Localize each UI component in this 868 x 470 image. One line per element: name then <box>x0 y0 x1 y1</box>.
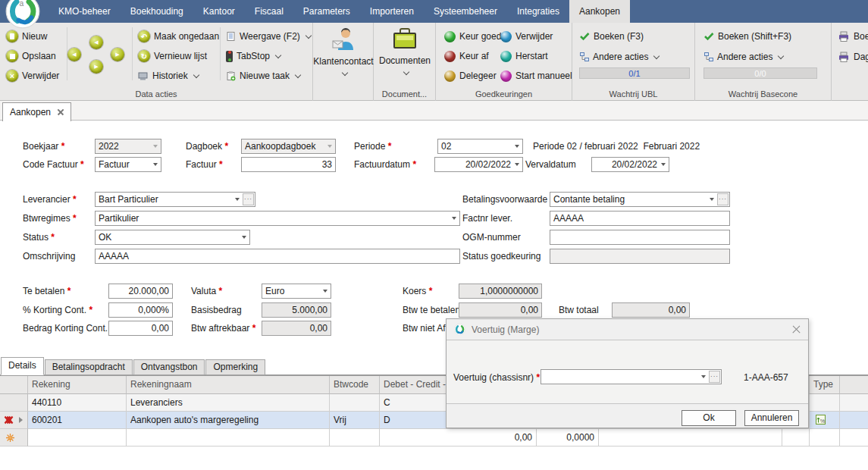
documents-icon <box>391 27 418 51</box>
tabstop-button[interactable]: TabStop <box>226 49 280 63</box>
valuta-select[interactable]: Euro <box>262 284 331 299</box>
basecone-queue-counter[interactable]: 0/0 <box>703 67 817 79</box>
leverancier-select[interactable]: Bart Particulier <box>95 192 255 207</box>
weergave-button[interactable]: Weergave (F2) <box>226 30 311 43</box>
tab-details[interactable]: Details <box>1 357 44 375</box>
menu-kantoor[interactable]: Kantoor <box>193 0 245 23</box>
andere-acties-basecone-button[interactable]: Andere acties <box>704 50 783 64</box>
tab-betalingsopdracht[interactable]: Betalingsopdracht <box>45 359 133 375</box>
cell-btwcode[interactable]: Vrij <box>330 412 380 429</box>
ubl-queue-counter[interactable]: 0/1 <box>579 67 690 79</box>
cell[interactable] <box>599 429 782 446</box>
browse-ellipsis-button[interactable] <box>709 371 720 383</box>
cell-rekening[interactable] <box>28 429 127 446</box>
betalingsvoorwaarde-select[interactable]: Contante betaling <box>550 192 730 207</box>
menu-parameters[interactable]: Parameters <box>293 0 360 23</box>
cell-rekeningnaam[interactable]: Aankopen auto's margeregeling <box>127 412 330 429</box>
row-selector-current[interactable] <box>0 412 28 429</box>
column-header[interactable] <box>840 376 868 394</box>
dagboek-print-button[interactable]: Dagb <box>838 50 868 64</box>
menu-integraties[interactable]: Integraties <box>507 0 569 23</box>
boekjaar-select[interactable]: 2022 <box>95 139 161 154</box>
factuurdatum-picker[interactable]: 20/02/2022 <box>434 157 523 172</box>
annuleren-button[interactable]: Annuleren <box>744 410 799 426</box>
boek-print-button[interactable]: Boek <box>838 30 868 43</box>
herstart-button[interactable]: Herstart <box>500 49 548 63</box>
cell-rekening[interactable]: 440110 <box>28 394 127 412</box>
voertuig-chassisnr-select[interactable] <box>541 369 722 384</box>
vernieuw-lijst-button[interactable]: Vernieuw lijst <box>138 49 207 63</box>
boeken-shift-f3-button[interactable]: Boeken (Shift+F3) <box>704 30 791 43</box>
previous-record-button[interactable] <box>89 36 103 49</box>
factnr-lever-input[interactable]: AAAAA <box>550 211 730 226</box>
documenten-button[interactable]: Documenten <box>374 27 436 77</box>
close-tab-icon[interactable] <box>58 109 64 115</box>
menu-kmo-beheer[interactable]: KMO-beheer <box>49 0 121 23</box>
cell-type[interactable] <box>810 429 840 446</box>
delete-row-icon[interactable] <box>4 415 14 425</box>
menu-fiscaal[interactable]: Fiscaal <box>245 0 293 23</box>
cell[interactable] <box>840 412 868 429</box>
delegeer-button[interactable]: Delegeer <box>444 69 497 83</box>
next-record-button[interactable] <box>89 60 103 74</box>
row-selector-new[interactable] <box>0 429 28 446</box>
keur-goed-button[interactable]: Keur goed <box>444 30 501 43</box>
klantencontact-button[interactable]: Klantencontact <box>313 27 374 77</box>
status-select[interactable]: OK <box>95 230 250 245</box>
cell-btwcode[interactable] <box>330 429 380 446</box>
menu-systeembeheer[interactable]: Systeembeheer <box>424 0 507 23</box>
ogm-nummer-input[interactable] <box>550 230 730 245</box>
browse-ellipsis-button[interactable] <box>243 193 254 205</box>
tab-ontvangstbon[interactable]: Ontvangstbon <box>133 359 205 375</box>
pct-korting-cont-input[interactable]: 0,000% <box>108 302 173 318</box>
cell-debet-credit[interactable]: 0,00 <box>380 429 537 446</box>
te-betalen-input[interactable]: 20.000,00 <box>108 284 173 299</box>
verwijder-button[interactable]: Verwijder <box>6 69 59 83</box>
last-record-button[interactable] <box>111 48 124 61</box>
vervaldatum-picker[interactable]: 20/02/2022 <box>591 157 669 172</box>
periode-select[interactable]: 02 <box>437 139 523 154</box>
cell-btwcode[interactable] <box>330 394 380 412</box>
row-selector[interactable] <box>0 394 28 412</box>
cell[interactable]: 0,0000 <box>537 429 599 446</box>
column-header-rekening[interactable]: Rekening <box>28 376 127 394</box>
ok-button[interactable]: Ok <box>682 410 736 426</box>
nieuwe-taak-button[interactable]: Nieuwe taak <box>226 69 300 83</box>
column-header-btwcode[interactable]: Btwcode <box>330 376 380 394</box>
nieuw-button[interactable]: Nieuw <box>6 30 47 43</box>
code-factuur-select[interactable]: Factuur <box>95 157 161 172</box>
start-manueel-button[interactable]: Start manueel <box>500 69 572 83</box>
cell[interactable] <box>840 394 868 412</box>
factuur-input[interactable]: 33 <box>241 157 336 172</box>
cell[interactable] <box>840 429 868 446</box>
keur-af-button[interactable]: Keur af <box>444 49 489 63</box>
cell-rekeningnaam[interactable] <box>127 429 330 446</box>
column-header-rekeningnaam[interactable]: Rekeningnaam <box>127 376 330 394</box>
cell-type[interactable] <box>810 394 840 412</box>
browse-ellipsis-button[interactable] <box>717 193 729 205</box>
dialog-titlebar[interactable]: Voertuig (Marge) <box>447 319 808 340</box>
menu-aankopen[interactable]: Aankopen <box>569 0 630 23</box>
boeken-f3-button[interactable]: Boeken (F3) <box>580 30 644 43</box>
btwregimes-select[interactable]: Partikulier <box>95 211 460 226</box>
traffic-light-icon <box>226 51 233 62</box>
andere-acties-ubl-button[interactable]: Andere acties <box>580 50 659 64</box>
menu-boekhouding[interactable]: Boekhouding <box>121 0 193 23</box>
first-record-button[interactable] <box>67 48 81 61</box>
tab-opmerking[interactable]: Opmerking <box>205 359 265 375</box>
cell[interactable] <box>782 429 810 446</box>
column-header-type[interactable]: Type <box>810 376 840 394</box>
cell-type[interactable]: % <box>810 412 840 429</box>
menu-importeren[interactable]: Importeren <box>360 0 424 23</box>
cell-rekening[interactable]: 600201 <box>28 412 127 429</box>
tab-aankopen[interactable]: Aankopen <box>2 102 71 121</box>
cell-rekeningnaam[interactable]: Leveranciers <box>127 394 330 412</box>
historiek-button[interactable]: Historiek <box>138 69 199 83</box>
verwijder-goedkeuring-button[interactable]: Verwijder <box>500 30 553 43</box>
dagboek-select[interactable]: Aankoopdagboek <box>241 139 336 154</box>
close-dialog-icon[interactable] <box>792 325 801 334</box>
maak-ongedaan-button[interactable]: Maak ongedaan <box>138 30 219 43</box>
bedrag-korting-cont-input[interactable]: 0,00 <box>108 321 173 336</box>
opslaan-button[interactable]: Opslaan <box>6 49 56 63</box>
omschrijving-input[interactable]: AAAAA <box>95 249 460 264</box>
